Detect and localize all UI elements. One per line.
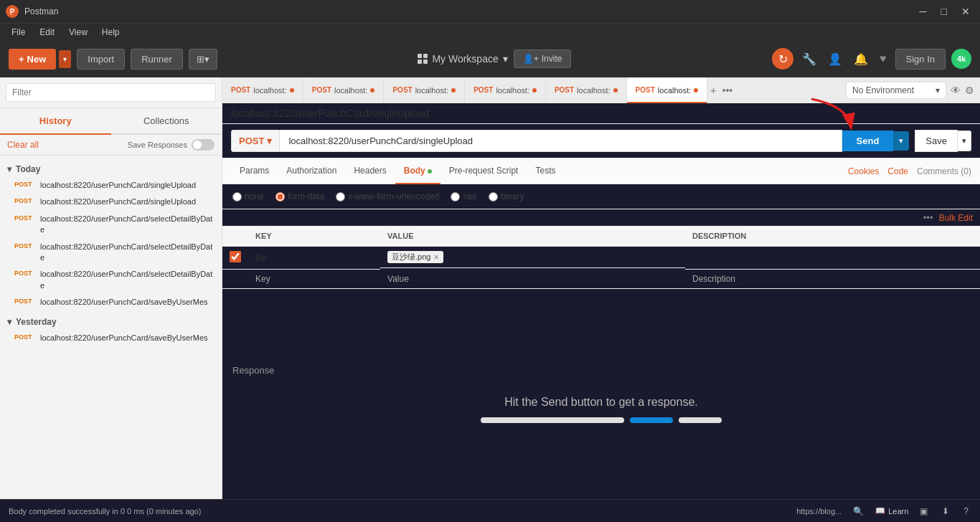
env-eye-button[interactable]: 👁 (951, 85, 961, 96)
close-button[interactable]: ✕ (957, 4, 974, 19)
body-urlencoded-option[interactable]: x-www-form-urlencoded (336, 191, 439, 201)
menubar: File Edit View Help (0, 23, 980, 40)
list-item[interactable]: POST localhost:8220/userPunchCard/select… (0, 239, 222, 267)
tab-dot (290, 88, 294, 92)
comments-link[interactable]: Comments (0) (917, 166, 971, 176)
tab-authorization[interactable]: Authorization (278, 158, 345, 184)
list-item[interactable]: POST localhost:8220/userPunchCard/saveBy… (0, 330, 222, 346)
statusbar-right: https://blog... 🔍 📖 Learn ▣ ⬇ ? (796, 503, 971, 519)
menu-help[interactable]: Help (96, 26, 126, 39)
collections-tab[interactable]: Collections (111, 108, 222, 135)
list-item[interactable]: POST localhost:8220/userPunchCard/single… (0, 194, 222, 210)
titlebar: P Postman ─ □ ✕ (0, 0, 980, 23)
layout-icon-button[interactable]: ▣ (917, 503, 930, 519)
new-button[interactable]: + New (9, 49, 56, 70)
import-button[interactable]: Import (77, 49, 125, 70)
save-dropdown-button[interactable]: ▾ (958, 130, 971, 151)
tab-3[interactable]: POST localhost: (384, 77, 465, 103)
send-dropdown-button[interactable]: ▾ (893, 131, 909, 151)
method-select[interactable]: POST ▾ (231, 130, 280, 152)
sidebar-tabs: History Collections (0, 108, 222, 135)
wrench-icon-button[interactable]: 🔧 (799, 49, 819, 69)
tab-4[interactable]: POST localhost: (465, 77, 546, 103)
save-responses-toggle-switch[interactable] (192, 139, 215, 151)
environment-select[interactable]: No Environment ▾ (846, 82, 946, 99)
proxy-button[interactable]: ⊞▾ (189, 49, 217, 70)
app-title: Postman (24, 6, 58, 16)
add-tab-button[interactable]: + (707, 83, 719, 98)
invite-button[interactable]: 👤+ Invite (514, 49, 572, 68)
tab-body[interactable]: Body (395, 158, 440, 184)
table-empty-row: Key Value Description (222, 270, 980, 289)
tab-6-active[interactable]: POST localhost: (627, 77, 708, 103)
list-item[interactable]: POST localhost:8220/userPunchCard/single… (0, 177, 222, 194)
body-dot (428, 169, 432, 174)
tab-tests[interactable]: Tests (527, 158, 564, 184)
history-tab[interactable]: History (0, 108, 111, 135)
kv-table: KEY VALUE DESCRIPTION file 豆沙绿.png ✕ (222, 226, 980, 289)
learn-link[interactable]: 📖 Learn (875, 506, 908, 516)
yesterday-section-title[interactable]: ▾ Yesterday (7, 317, 215, 327)
new-dropdown-button[interactable]: ▾ (59, 50, 71, 68)
user-icon-button[interactable]: 👤 (825, 49, 845, 69)
minimize-button[interactable]: ─ (915, 4, 931, 19)
body-none-option[interactable]: none (232, 191, 264, 201)
send-button[interactable]: Send (842, 130, 894, 151)
chevron-down-icon: ▾ (503, 53, 508, 65)
signin-button[interactable]: Sign In (895, 49, 946, 70)
key-cell[interactable]: file (248, 247, 380, 270)
table-more-button[interactable]: ••• (923, 212, 933, 223)
download-icon-button[interactable]: ⬇ (939, 503, 952, 519)
url-input[interactable] (280, 130, 842, 152)
more-tabs-button[interactable]: ••• (720, 83, 736, 98)
menu-view[interactable]: View (63, 26, 93, 39)
value-cell[interactable]: 豆沙绿.png ✕ (380, 247, 685, 268)
menu-edit[interactable]: Edit (34, 26, 60, 39)
statusbar: Body completed successfully in 0 0 ms (0… (0, 499, 980, 522)
empty-value-cell[interactable]: Value (380, 270, 685, 289)
maximize-button[interactable]: □ (937, 4, 951, 19)
response-loading-bar (481, 417, 722, 423)
description-cell[interactable] (685, 247, 980, 270)
tab-params[interactable]: Params (231, 158, 278, 184)
menu-file[interactable]: File (6, 26, 31, 39)
bulk-edit-button[interactable]: Bulk Edit (939, 213, 973, 223)
toolbar: + New ▾ Import Runner ⊞▾ My Workspace ▾ … (0, 40, 980, 77)
remove-file-button[interactable]: ✕ (433, 253, 439, 261)
today-section-title[interactable]: ▾ Today (7, 164, 215, 174)
request-url-bar: POST ▾ Send ▾ Save ▾ (222, 124, 980, 158)
tab-dot (370, 88, 374, 92)
response-title: Response (232, 365, 275, 376)
tab-headers[interactable]: Headers (345, 158, 395, 184)
tab-1[interactable]: POST localhost: (222, 77, 303, 103)
save-responses-toggle: Save Responses (128, 139, 215, 151)
body-raw-option[interactable]: raw (451, 191, 476, 201)
help-icon-button[interactable]: ? (961, 503, 971, 519)
empty-desc-cell[interactable]: Description (685, 270, 980, 289)
runner-button[interactable]: Runner (131, 49, 183, 70)
heart-icon-button[interactable]: ♥ (877, 49, 890, 68)
code-link[interactable]: Code (887, 166, 908, 176)
list-item[interactable]: POST localhost:8220/userPunchCard/select… (0, 211, 222, 239)
sync-button[interactable]: ↻ (772, 48, 793, 70)
chevron-down-icon: ▾ (7, 164, 11, 174)
bell-icon-button[interactable]: 🔔 (851, 49, 871, 69)
empty-key-cell[interactable]: Key (248, 270, 380, 289)
env-settings-button[interactable]: ⚙ (965, 85, 974, 96)
row-checkbox[interactable] (230, 251, 241, 262)
tab-5[interactable]: POST localhost: (546, 77, 627, 103)
tab-pre-request[interactable]: Pre-request Script (440, 158, 527, 184)
tab-2[interactable]: POST localhost: (303, 77, 385, 103)
clear-all-button[interactable]: Clear all (7, 140, 39, 150)
list-item[interactable]: POST localhost:8220/userPunchCard/select… (0, 266, 222, 294)
filter-input[interactable] (6, 83, 216, 102)
workspace-button[interactable]: My Workspace ▾ (418, 53, 507, 65)
save-button[interactable]: Save (915, 130, 958, 152)
list-item[interactable]: POST localhost:8220/userPunchCard/saveBy… (0, 294, 222, 310)
body-formdata-option[interactable]: form-data (275, 191, 324, 201)
app-icon: P (6, 5, 19, 18)
cookies-link[interactable]: Cookies (848, 166, 879, 176)
tab-dot (451, 88, 456, 92)
search2-icon-button[interactable]: 🔍 (850, 503, 867, 519)
body-binary-option[interactable]: binary (489, 191, 524, 201)
